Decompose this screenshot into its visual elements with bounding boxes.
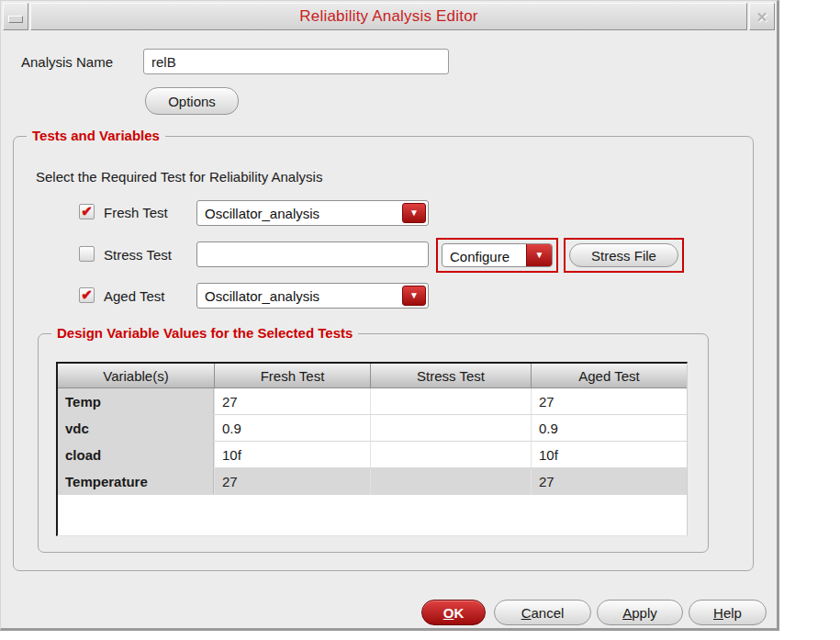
cancel-button[interactable]: Cancel [494,600,591,625]
cell-aged-value[interactable]: 10f [531,442,687,467]
dropdown-arrow-icon[interactable]: ▼ [402,203,426,223]
stress-test-label: Stress Test [104,247,172,263]
cell-stress-value[interactable] [370,468,531,494]
design-variables-table: Variable(s) Fresh Test Stress Test Aged … [56,362,688,536]
header-cell-fresh-test: Fresh Test [214,364,370,387]
cell-aged-value[interactable]: 0.9 [531,415,687,441]
cancel-button-label: Cancel [521,605,565,621]
check-icon: ✔ [81,287,93,301]
header-cell-variables: Variable(s) [58,364,214,387]
analysis-name-input[interactable] [143,49,449,74]
stress-test-input[interactable] [196,241,429,267]
apply-button[interactable]: Apply [597,600,683,625]
stress-test-checkbox[interactable] [79,246,95,262]
cell-fresh-value[interactable]: 27 [214,468,370,494]
minimize-icon [8,16,23,23]
cell-stress-value[interactable] [370,415,531,441]
tests-group-title: Tests and Variables [27,128,165,143]
fresh-test-checkbox[interactable]: ✔ [79,204,95,219]
apply-button-label: Apply [622,605,657,621]
options-button-label: Options [168,94,216,109]
window-title: Reliability Analysis Editor [30,3,747,30]
cell-fresh-value[interactable]: 27 [214,388,370,414]
ok-button-label: OK [443,605,465,621]
stress-file-button[interactable]: Stress File [569,243,678,267]
fresh-test-label: Fresh Test [104,205,168,220]
cell-stress-value[interactable] [370,442,531,467]
table-row-temp[interactable]: Temp 27 27 [58,388,687,415]
table-header-row: Variable(s) Fresh Test Stress Test Aged … [58,364,687,388]
table-row-cload[interactable]: cload 10f 10f [58,442,687,468]
configure-highlight-box: Configure ▼ [436,238,558,273]
help-button-label: Help [713,605,742,621]
cell-fresh-value[interactable]: 0.9 [214,415,370,441]
configure-combo[interactable]: Configure ▼ [442,243,553,267]
check-icon: ✔ [81,204,93,218]
header-cell-aged-test: Aged Test [531,364,687,387]
cell-variable-name: cload [58,442,214,467]
stress-file-button-label: Stress File [591,248,656,264]
design-variables-group-title: Design Variable Values for the Selected … [51,325,358,341]
dropdown-arrow-icon[interactable]: ▼ [526,244,552,266]
header-cell-stress-test: Stress Test [370,364,531,387]
minimize-button[interactable] [3,3,28,30]
cell-aged-value[interactable]: 27 [531,388,687,414]
options-button[interactable]: Options [145,87,239,115]
stress-file-highlight-box: Stress File [564,238,684,273]
test-selection-instruction: Select the Required Test for Reliability… [36,169,322,185]
reliability-analysis-editor-dialog: Reliability Analysis Editor ✕ Analysis N… [0,0,779,631]
aged-test-checkbox[interactable]: ✔ [79,287,95,303]
aged-test-combo[interactable]: Oscillator_analysis ▼ [196,283,429,309]
ok-button[interactable]: OK [421,600,486,625]
table-row-vdc[interactable]: vdc 0.9 0.9 [58,415,687,442]
close-icon: ✕ [756,10,768,24]
close-button[interactable]: ✕ [749,3,775,30]
help-button[interactable]: Help [689,600,767,625]
cell-variable-name: Temp [58,388,214,414]
configure-combo-label: Configure [450,244,510,268]
cell-aged-value[interactable]: 27 [531,468,687,494]
analysis-name-label: Analysis Name [21,54,113,70]
fresh-test-combo-value: Oscillator_analysis [205,201,319,225]
aged-test-label: Aged Test [104,288,164,304]
table-row-temperature[interactable]: Temperature 27 27 [58,468,687,495]
cell-variable-name: vdc [58,415,214,441]
cell-variable-name: Temperature [58,468,214,494]
fresh-test-combo[interactable]: Oscillator_analysis ▼ [196,200,429,226]
title-bar: Reliability Analysis Editor ✕ [3,3,775,30]
dropdown-arrow-icon[interactable]: ▼ [402,286,426,306]
cell-fresh-value[interactable]: 10f [214,442,370,467]
cell-stress-value[interactable] [370,388,531,414]
aged-test-combo-value: Oscillator_analysis [205,284,319,308]
